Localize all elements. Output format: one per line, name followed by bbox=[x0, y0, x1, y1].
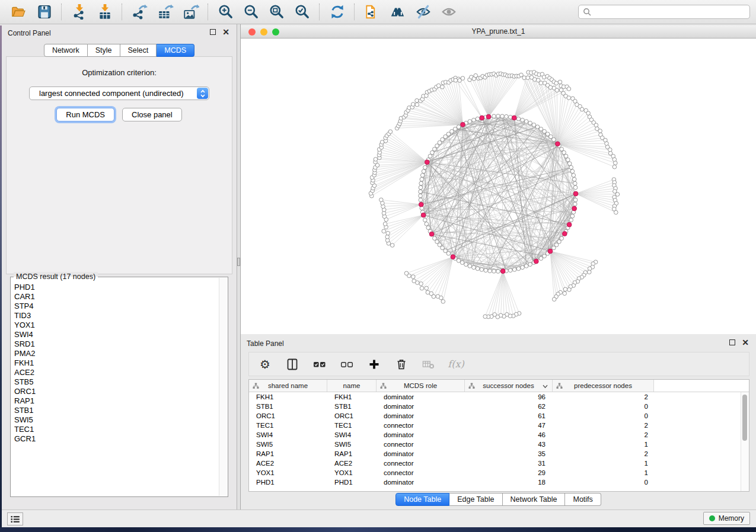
gear-icon: ⚙ bbox=[260, 358, 270, 370]
close-table-panel-icon[interactable]: ✕ bbox=[742, 339, 749, 345]
mcds-result-item[interactable]: FKH1 bbox=[14, 358, 218, 368]
tab-network-table[interactable]: Network Table bbox=[503, 493, 566, 506]
run-mcds-button[interactable]: Run MCDS bbox=[56, 108, 114, 121]
mcds-result-item[interactable]: YOX1 bbox=[14, 321, 218, 330]
column-header-name[interactable]: name bbox=[327, 380, 377, 392]
table-row[interactable]: SWI5SWI5connector431 bbox=[249, 440, 749, 449]
tab-style[interactable]: Style bbox=[88, 44, 120, 57]
share-document-button[interactable] bbox=[359, 2, 385, 22]
float-panel-icon[interactable] bbox=[210, 29, 216, 35]
mcds-result-item[interactable]: CAR1 bbox=[14, 292, 218, 302]
mcds-result-item[interactable]: PMA2 bbox=[14, 349, 218, 358]
memory-button[interactable]: Memory bbox=[703, 512, 750, 525]
mcds-result-item[interactable]: SRD1 bbox=[14, 339, 218, 349]
function-builder-button[interactable]: f(x) bbox=[449, 358, 462, 371]
mcds-result-item[interactable]: STB5 bbox=[14, 377, 218, 387]
share-document-icon bbox=[364, 4, 381, 20]
table-row[interactable]: YOX1YOX1connector291 bbox=[249, 468, 749, 477]
memory-label: Memory bbox=[719, 514, 744, 523]
table-row[interactable]: FKH1FKH1dominator962 bbox=[249, 392, 749, 402]
mcds-result-item[interactable]: SWI5 bbox=[14, 415, 218, 425]
table-cell: YOX1 bbox=[249, 469, 327, 476]
tab-motifs[interactable]: Motifs bbox=[565, 493, 601, 506]
tab-select[interactable]: Select bbox=[120, 44, 157, 57]
table-row[interactable]: ACE2ACE2connector311 bbox=[249, 459, 749, 468]
window-minimize-light[interactable] bbox=[260, 28, 267, 36]
column-header-MCDS-role[interactable]: MCDS role bbox=[377, 380, 465, 392]
mcds-result-item[interactable]: GCR1 bbox=[14, 434, 218, 444]
table-cell: dominator bbox=[377, 403, 465, 410]
mcds-result-scrollbar[interactable] bbox=[219, 278, 227, 496]
mcds-result-item[interactable]: TEC1 bbox=[14, 425, 218, 434]
window-maximize-light[interactable] bbox=[272, 28, 279, 36]
mcds-result-item[interactable]: STP4 bbox=[14, 302, 218, 311]
export-image-button[interactable] bbox=[178, 2, 203, 22]
table-cell: 46 bbox=[465, 431, 553, 438]
table-cell: YOX1 bbox=[327, 469, 377, 476]
table-row[interactable]: SWI4SWI4dominator462 bbox=[249, 430, 749, 440]
table-scrollbar-thumb[interactable] bbox=[742, 395, 747, 441]
zoom-selected-button[interactable] bbox=[289, 2, 315, 22]
import-network-button[interactable] bbox=[66, 2, 92, 22]
column-header-shared-name[interactable]: shared name bbox=[249, 380, 327, 392]
add-column-button[interactable] bbox=[368, 358, 381, 371]
table-cell: connector bbox=[377, 422, 465, 429]
hide-selected-button[interactable] bbox=[410, 2, 436, 22]
float-table-panel-icon[interactable] bbox=[729, 339, 735, 345]
table-cell: TEC1 bbox=[327, 422, 377, 429]
mcds-result-item[interactable]: PHD1 bbox=[14, 283, 218, 292]
table-row[interactable]: RAP1RAP1dominator352 bbox=[249, 449, 749, 459]
toggle-columns-button[interactable] bbox=[286, 358, 299, 371]
tab-mcds[interactable]: MCDS bbox=[157, 44, 194, 57]
import-table-button[interactable] bbox=[92, 2, 117, 22]
mcds-result-item[interactable]: STB1 bbox=[14, 406, 218, 415]
zoom-in-button[interactable] bbox=[213, 2, 238, 22]
export-network-button[interactable] bbox=[127, 2, 152, 22]
task-list-icon bbox=[11, 515, 20, 523]
mcds-result-item[interactable]: RAP1 bbox=[14, 396, 218, 406]
mcds-result-item[interactable]: TID3 bbox=[14, 311, 218, 321]
close-panel-button[interactable]: Close panel bbox=[122, 108, 182, 121]
splitter-handle[interactable] bbox=[237, 258, 240, 266]
network-canvas[interactable] bbox=[241, 39, 756, 334]
export-table-icon bbox=[157, 4, 174, 20]
close-panel-icon[interactable]: ✕ bbox=[222, 29, 229, 35]
mcds-result-item[interactable]: SWI4 bbox=[14, 330, 218, 339]
desktop-wallpaper-edge bbox=[0, 25, 2, 527]
table-row[interactable]: TEC1TEC1connector472 bbox=[249, 421, 749, 430]
delete-table-button[interactable] bbox=[422, 358, 435, 371]
delete-column-button[interactable] bbox=[395, 358, 408, 371]
refresh-button[interactable] bbox=[324, 2, 350, 22]
show-hidden-button[interactable] bbox=[436, 2, 461, 22]
select-all-button[interactable] bbox=[313, 358, 326, 371]
tab-edge-table[interactable]: Edge Table bbox=[449, 493, 502, 506]
window-close-light[interactable] bbox=[248, 28, 256, 36]
search-input[interactable] bbox=[594, 7, 745, 17]
task-history-button[interactable] bbox=[7, 512, 23, 525]
column-header-successor-nodes[interactable]: successor nodes bbox=[465, 380, 553, 392]
mcds-result-item[interactable]: ACE2 bbox=[14, 368, 218, 377]
table-row[interactable]: STB1STB1dominator620 bbox=[249, 402, 749, 411]
table-cell: 0 bbox=[553, 403, 654, 410]
zoom-fit-button[interactable] bbox=[264, 2, 289, 22]
table-row[interactable]: PHD1PHD1dominator180 bbox=[249, 477, 749, 487]
deselect-all-button[interactable] bbox=[340, 358, 353, 371]
column-header-predecessor-nodes[interactable]: predecessor nodes bbox=[553, 380, 654, 392]
table-row[interactable]: ORC1ORC1dominator610 bbox=[249, 411, 749, 421]
save-session-button[interactable] bbox=[31, 2, 57, 22]
table-cell: STB1 bbox=[249, 403, 327, 410]
table-scrollbar[interactable] bbox=[741, 392, 749, 491]
mcds-result-item[interactable]: ORC1 bbox=[14, 387, 218, 396]
export-table-button[interactable] bbox=[152, 2, 178, 22]
table-cell: 31 bbox=[465, 460, 553, 467]
zoom-out-button[interactable] bbox=[238, 2, 264, 22]
open-file-button[interactable] bbox=[6, 2, 31, 22]
search-box[interactable] bbox=[578, 5, 750, 19]
optimization-criterion-select[interactable]: largest connected component (undirected) bbox=[29, 86, 209, 100]
table-cell: 35 bbox=[465, 450, 553, 457]
tab-network[interactable]: Network bbox=[44, 44, 88, 57]
table-settings-button[interactable]: ⚙ bbox=[259, 358, 272, 371]
table-cell: 18 bbox=[465, 479, 553, 486]
binoculars-button[interactable] bbox=[385, 2, 410, 22]
tab-node-table[interactable]: Node Table bbox=[395, 493, 449, 506]
